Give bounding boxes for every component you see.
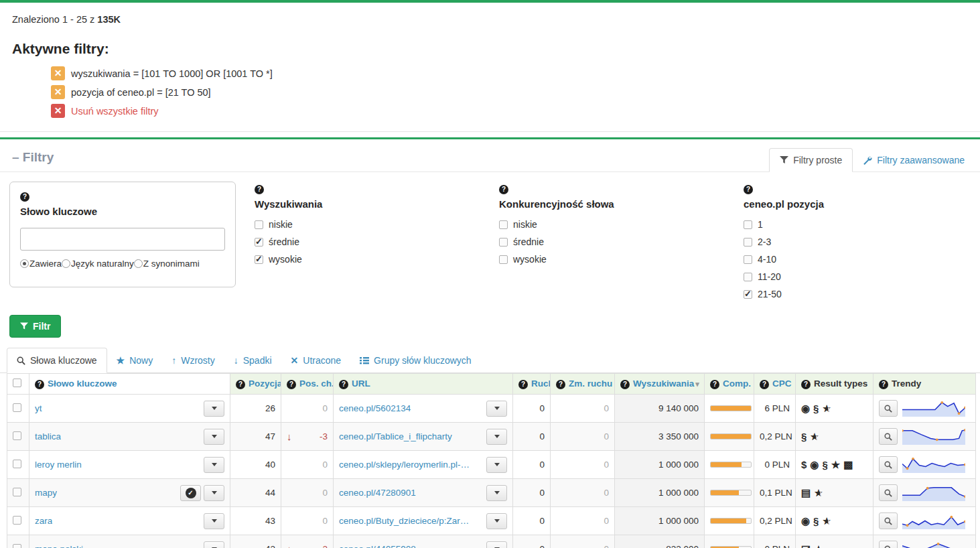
verified-badge-button[interactable]: ✓ [180,485,201,501]
filter-checkbox[interactable] [255,220,263,229]
keyword-dropdown-button[interactable] [204,401,224,417]
view-tab-utracone[interactable]: ✕Utracone [281,348,351,373]
column-header-url[interactable]: ?URL [334,374,513,395]
filter-checkbox[interactable] [744,238,752,247]
column-header-comp[interactable]: ?Comp. [705,374,754,395]
tab-simple-filters[interactable]: Filtry proste [769,148,853,172]
url-link[interactable]: ceneo.pl/44055908 [339,544,416,548]
url-link[interactable]: ceneo.pl/Tablice_i_flipcharty [339,431,452,441]
remove-all-filters-icon[interactable]: ✕ [51,104,65,118]
keyword-link[interactable]: leroy merlin [35,460,82,470]
help-icon[interactable]: ? [20,192,29,202]
filter-option[interactable]: 4-10 [744,254,968,265]
trend-zoom-button[interactable] [879,428,898,445]
url-link[interactable]: ceneo.pl/sklepy/leroymerlin.pl-s... [339,460,470,470]
keyword-dropdown-button[interactable] [204,485,224,501]
url-dropdown-button[interactable] [486,485,507,501]
url-link[interactable]: ceneo.pl/Buty_dzieciece/p:Zara.h... [339,516,470,526]
help-icon[interactable]: ? [287,380,296,389]
filter-option[interactable]: niskie [499,219,725,230]
column-header-position[interactable]: ?Pozycja [230,374,281,395]
column-header-traffic_change[interactable]: ?Zm. ruchu [551,374,615,395]
filter-option[interactable]: 11-20 [744,271,968,282]
row-checkbox[interactable] [13,544,21,548]
view-tab-spadki[interactable]: ↓Spadki [224,348,281,373]
filter-checkbox[interactable] [744,255,752,264]
keyword-link[interactable]: zara [35,516,52,526]
keyword-link[interactable]: yt [35,403,42,413]
column-header-searches[interactable]: ?Wyszukiwania▾ [615,374,705,395]
filter-option[interactable]: 21-50 [744,289,968,299]
help-icon[interactable]: ? [236,380,245,389]
remove-all-filters-label[interactable]: Usuń wszystkie filtry [71,106,159,117]
help-icon[interactable]: ? [255,185,264,194]
column-header-traffic[interactable]: ?Ruch [513,374,551,395]
view-tab-wzrosty[interactable]: ↑Wzrosty [162,348,224,373]
url-dropdown-button[interactable] [486,401,507,417]
filter-checkbox[interactable] [744,220,752,229]
keyword-mode-option[interactable]: Z synonimami [134,259,200,269]
filter-checkbox[interactable] [255,255,263,264]
row-checkbox[interactable] [13,460,21,468]
help-icon[interactable]: ? [710,380,719,389]
help-icon[interactable]: ? [556,380,565,389]
collapse-icon[interactable]: – [12,150,19,164]
keyword-link[interactable]: tablica [35,431,61,441]
trend-zoom-button[interactable] [879,456,898,473]
keyword-mode-radio[interactable] [20,259,29,268]
tab-advanced-filters[interactable]: Filtry zaawansowane [853,148,975,172]
keyword-input[interactable] [20,228,225,251]
keyword-mode-option[interactable]: Zawiera [20,259,62,269]
row-checkbox[interactable] [13,431,21,440]
keyword-link[interactable]: mapy [35,488,57,498]
filter-checkbox[interactable] [255,238,263,247]
filter-option[interactable]: średnie [499,236,725,247]
filter-option[interactable]: średnie [255,236,480,247]
help-icon[interactable]: ? [620,380,630,389]
filter-checkbox[interactable] [744,290,752,299]
view-tab-s-owa-kluczowe[interactable]: Słowa kluczowe [7,348,107,373]
view-tab-grupy-s-w-kluczowych[interactable]: Grupy słów kluczowych [350,348,481,373]
url-dropdown-button[interactable] [486,513,507,529]
trend-zoom-button[interactable] [879,512,898,529]
help-icon[interactable]: ? [801,380,811,389]
filter-checkbox[interactable] [499,255,508,264]
trend-zoom-button[interactable] [879,400,898,417]
select-all-checkbox[interactable] [13,379,21,387]
help-icon[interactable]: ? [35,380,44,389]
row-checkbox[interactable] [13,488,21,496]
keyword-dropdown-button[interactable] [204,541,224,548]
help-icon[interactable]: ? [879,380,888,389]
column-header-result_types[interactable]: ?Result types [796,374,873,395]
trend-zoom-button[interactable] [879,541,898,548]
help-icon[interactable]: ? [499,185,508,194]
view-tab-nowy[interactable]: ★Nowy [107,348,163,373]
url-dropdown-button[interactable] [486,457,507,473]
filters-section-title[interactable]: – Filtry [12,150,54,172]
filter-checkbox[interactable] [499,220,508,229]
url-link[interactable]: ceneo.pl/47280901 [339,488,416,498]
filter-option[interactable]: 2-3 [744,236,968,247]
help-icon[interactable]: ? [518,380,528,389]
trend-zoom-button[interactable] [879,484,898,501]
filter-checkbox[interactable] [744,273,752,281]
filter-option[interactable]: wysokie [255,254,480,265]
keyword-mode-option[interactable]: Język naturalny [62,259,134,269]
remove-filter-icon[interactable]: ✕ [51,85,65,99]
column-header-keyword[interactable]: ?Słowo kluczowe [29,374,230,395]
column-header-trend[interactable]: ?Trendy [873,374,976,395]
keyword-mode-radio[interactable] [62,259,70,268]
filter-option[interactable]: wysokie [499,254,725,265]
url-dropdown-button[interactable] [486,541,507,548]
keyword-link[interactable]: mapa polski [35,544,83,548]
keyword-mode-radio[interactable] [134,259,143,268]
filter-option[interactable]: 1 [744,219,968,230]
help-icon[interactable]: ? [339,380,348,389]
filter-submit-button[interactable]: Filtr [9,315,61,338]
url-dropdown-button[interactable] [486,429,507,445]
column-header-pos_change[interactable]: ?Pos. ch. [281,374,334,395]
filter-option[interactable]: niskie [255,219,480,230]
help-icon[interactable]: ? [744,185,753,194]
row-checkbox[interactable] [13,516,21,525]
filter-checkbox[interactable] [499,238,508,247]
